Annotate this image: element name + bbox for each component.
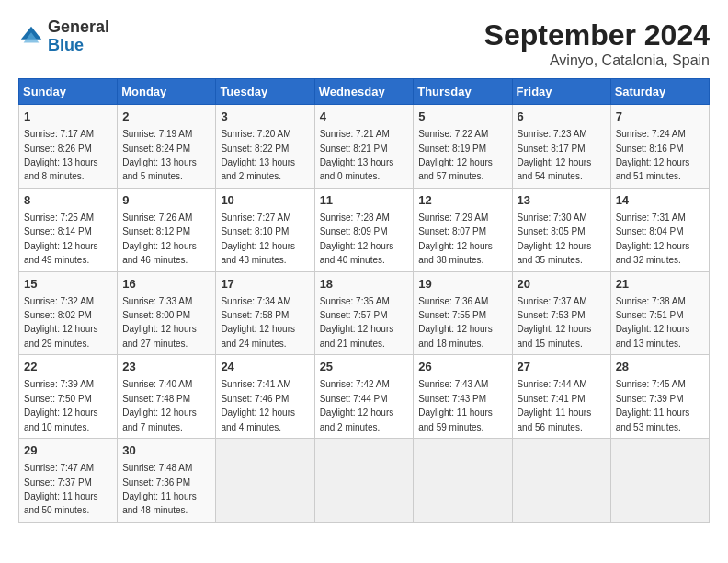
table-row: 1Sunrise: 7:17 AMSunset: 8:26 PMDaylight… <box>19 105 118 189</box>
table-row <box>610 439 709 523</box>
col-tuesday: Tuesday <box>216 79 314 105</box>
col-sunday: Sunday <box>19 79 118 105</box>
location-title: Avinyo, Catalonia, Spain <box>484 52 710 69</box>
table-row: 24Sunrise: 7:41 AMSunset: 7:46 PMDayligh… <box>216 355 314 439</box>
table-row: 25Sunrise: 7:42 AMSunset: 7:44 PMDayligh… <box>314 355 414 439</box>
table-row <box>314 439 414 523</box>
table-row: 29Sunrise: 7:47 AMSunset: 7:37 PMDayligh… <box>19 439 118 523</box>
table-row: 17Sunrise: 7:34 AMSunset: 7:58 PMDayligh… <box>216 271 314 355</box>
title-block: September 2024 Avinyo, Catalonia, Spain <box>484 18 710 69</box>
table-row: 30Sunrise: 7:48 AMSunset: 7:36 PMDayligh… <box>118 439 216 523</box>
logo-icon <box>18 24 44 50</box>
table-row: 21Sunrise: 7:38 AMSunset: 7:51 PMDayligh… <box>610 271 709 355</box>
table-row: 26Sunrise: 7:43 AMSunset: 7:43 PMDayligh… <box>414 355 512 439</box>
table-row: 4Sunrise: 7:21 AMSunset: 8:21 PMDaylight… <box>314 105 414 189</box>
month-title: September 2024 <box>484 18 710 52</box>
table-row: 19Sunrise: 7:36 AMSunset: 7:55 PMDayligh… <box>414 271 512 355</box>
col-friday: Friday <box>512 79 610 105</box>
table-row: 15Sunrise: 7:32 AMSunset: 8:02 PMDayligh… <box>19 271 118 355</box>
table-row: 20Sunrise: 7:37 AMSunset: 7:53 PMDayligh… <box>512 271 610 355</box>
table-row: 8Sunrise: 7:25 AMSunset: 8:14 PMDaylight… <box>19 188 118 271</box>
logo-text: General Blue <box>48 18 109 55</box>
table-row: 14Sunrise: 7:31 AMSunset: 8:04 PMDayligh… <box>610 188 709 271</box>
table-row: 9Sunrise: 7:26 AMSunset: 8:12 PMDaylight… <box>118 188 216 271</box>
table-row: 23Sunrise: 7:40 AMSunset: 7:48 PMDayligh… <box>118 355 216 439</box>
header-row: Sunday Monday Tuesday Wednesday Thursday… <box>19 79 710 105</box>
calendar-table: Sunday Monday Tuesday Wednesday Thursday… <box>18 78 710 523</box>
table-row: 18Sunrise: 7:35 AMSunset: 7:57 PMDayligh… <box>314 271 414 355</box>
calendar-row: 1Sunrise: 7:17 AMSunset: 8:26 PMDaylight… <box>19 105 710 189</box>
table-row: 13Sunrise: 7:30 AMSunset: 8:05 PMDayligh… <box>512 188 610 271</box>
page-header: General Blue September 2024 Avinyo, Cata… <box>18 18 710 69</box>
col-wednesday: Wednesday <box>314 79 414 105</box>
calendar-row: 8Sunrise: 7:25 AMSunset: 8:14 PMDaylight… <box>19 188 710 271</box>
table-row: 5Sunrise: 7:22 AMSunset: 8:19 PMDaylight… <box>414 105 512 189</box>
calendar-row: 15Sunrise: 7:32 AMSunset: 8:02 PMDayligh… <box>19 271 710 355</box>
table-row <box>216 439 314 523</box>
table-row: 22Sunrise: 7:39 AMSunset: 7:50 PMDayligh… <box>19 355 118 439</box>
table-row: 3Sunrise: 7:20 AMSunset: 8:22 PMDaylight… <box>216 105 314 189</box>
table-row: 6Sunrise: 7:23 AMSunset: 8:17 PMDaylight… <box>512 105 610 189</box>
table-row: 16Sunrise: 7:33 AMSunset: 8:00 PMDayligh… <box>118 271 216 355</box>
calendar-row: 29Sunrise: 7:47 AMSunset: 7:37 PMDayligh… <box>19 439 710 523</box>
table-row <box>414 439 512 523</box>
col-saturday: Saturday <box>610 79 709 105</box>
table-row: 11Sunrise: 7:28 AMSunset: 8:09 PMDayligh… <box>314 188 414 271</box>
table-row <box>512 439 610 523</box>
logo-general: General <box>48 17 109 36</box>
logo-blue: Blue <box>48 36 84 54</box>
logo: General Blue <box>18 18 109 55</box>
table-row: 7Sunrise: 7:24 AMSunset: 8:16 PMDaylight… <box>610 105 709 189</box>
col-monday: Monday <box>118 79 216 105</box>
table-row: 28Sunrise: 7:45 AMSunset: 7:39 PMDayligh… <box>610 355 709 439</box>
table-row: 12Sunrise: 7:29 AMSunset: 8:07 PMDayligh… <box>414 188 512 271</box>
table-row: 27Sunrise: 7:44 AMSunset: 7:41 PMDayligh… <box>512 355 610 439</box>
table-row: 2Sunrise: 7:19 AMSunset: 8:24 PMDaylight… <box>118 105 216 189</box>
col-thursday: Thursday <box>414 79 512 105</box>
table-row: 10Sunrise: 7:27 AMSunset: 8:10 PMDayligh… <box>216 188 314 271</box>
calendar-row: 22Sunrise: 7:39 AMSunset: 7:50 PMDayligh… <box>19 355 710 439</box>
